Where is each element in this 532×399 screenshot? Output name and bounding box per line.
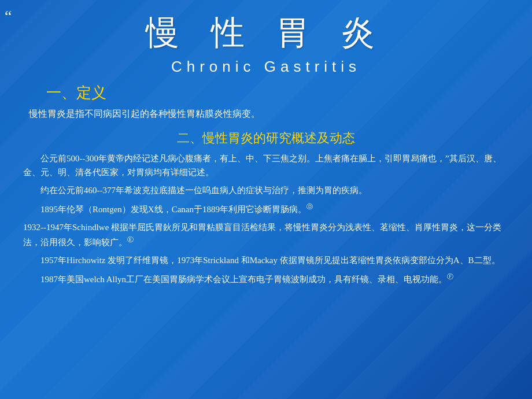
paragraph-2: 约在公元前460--377年希波克拉底描述一位呜血病人的症状与治疗，推测为胃的疾… <box>23 183 509 198</box>
subtitle-english: Chronic Gastritis <box>23 58 509 76</box>
paragraph-6: 1987年美国welch Allyn工厂在美国胃肠病学术会议上宣布电子胃镜波制成… <box>23 271 509 287</box>
paragraph-4: 1932--1947年Schindlwe 根据半屈氏胃鈥所见和胃粘膜盲目活检结果… <box>23 220 509 250</box>
definition-text: 慢性胃炎是指不同病因引起的各种慢性胃粘膜炎性病变。 <box>29 106 509 121</box>
superscript-2: Ⓓ <box>306 203 313 210</box>
section-2-title: 二、慢性胃炎的研究概述及动态 <box>23 130 509 147</box>
superscript-4: Ⓕ <box>447 273 453 280</box>
paragraph-5: 1957年Hirchowitz 发明了纤维胃镜，1973年Strickland … <box>23 253 509 268</box>
main-title: 慢 性 胃 炎 <box>23 6 509 58</box>
paragraph-3: 1895年伦琴（Rontgen）发现X线，Canan于1889年利用它诊断胃肠病… <box>23 201 509 217</box>
quote-mark: “ <box>5 7 12 25</box>
superscript-3: Ⓔ <box>127 236 134 243</box>
section-1-title: 一、定义 <box>46 83 509 103</box>
paragraph-1: 公元前500--300年黄帝内经记述凡病心腹痛者，有上、中、下三焦之别。上焦者痛… <box>23 152 509 180</box>
